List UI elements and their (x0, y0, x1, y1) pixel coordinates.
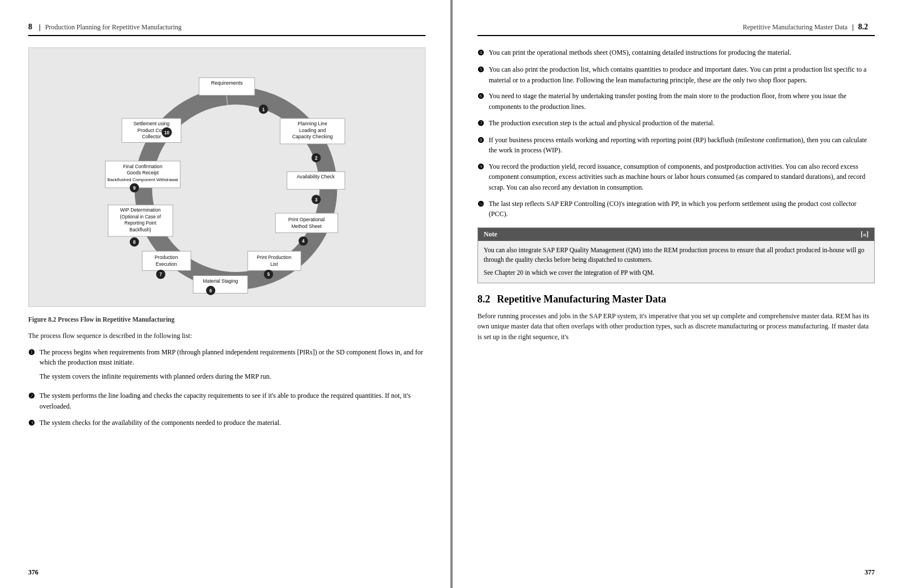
list-text-4: You can print the operational methods sh… (489, 49, 791, 56)
svg-text:Collector: Collector (142, 134, 161, 139)
list-item-4: ❹ You can print the operational methods … (477, 47, 875, 59)
right-page-num: 8.2 (858, 23, 869, 32)
svg-text:Material Staging: Material Staging (203, 278, 238, 284)
svg-text:Loading and: Loading and (299, 128, 326, 133)
list-text-6: You need to stage the material by undert… (489, 92, 847, 111)
svg-text:Method Sheet: Method Sheet (291, 223, 322, 229)
left-page-num: 8 (28, 23, 32, 32)
svg-text:Planning Line: Planning Line (298, 121, 327, 126)
svg-text:Product Cost: Product Cost (138, 128, 166, 133)
svg-text:(Optional in Case of: (Optional in Case of (120, 214, 161, 220)
bullet-3: ❸ (28, 418, 40, 429)
book-spread: 8 | Production Planning for Repetitive M… (0, 0, 903, 588)
svg-text:Print Production: Print Production (257, 254, 291, 260)
bullet-1: ❶ (28, 347, 40, 385)
bullet-2: ❷ (28, 390, 40, 411)
process-flow-diagram: Requirements Planning Line Loading and C… (28, 47, 426, 307)
section-num: 8.2 (477, 293, 490, 305)
svg-text:9: 9 (133, 186, 136, 191)
list-item-7: ❼ The production execution step is the a… (477, 118, 875, 129)
right-header-title: Repetitive Manufacturing Master Data (743, 23, 848, 32)
intro-text: The process flow sequence is described i… (28, 331, 426, 341)
svg-text:5: 5 (267, 272, 270, 277)
svg-text:Print Operational: Print Operational (288, 217, 325, 222)
list-item-6: ❻ You need to stage the material by unde… (477, 91, 875, 112)
note-body: You can also integrate SAP ERP Quality M… (478, 241, 874, 283)
svg-text:4: 4 (302, 239, 305, 244)
svg-text:10: 10 (164, 130, 170, 135)
section-title: Repetitive Manufacturing Master Data (497, 293, 667, 305)
right-page: Repetitive Manufacturing Master Data | 8… (453, 0, 903, 588)
svg-text:Capacity Checking: Capacity Checking (292, 134, 333, 139)
bullet-10: ❿ (477, 199, 489, 220)
svg-text:2: 2 (315, 156, 318, 161)
svg-text:Backflush): Backflush) (130, 227, 151, 232)
list-item-9: ❾ You record the production yield, recor… (477, 161, 875, 193)
list-text-9: You record the production yield, record … (489, 163, 865, 191)
list-item-2: ❷ The system performs the line loading a… (28, 390, 426, 411)
note-box: Note [«] You can also integrate SAP ERP … (477, 227, 875, 283)
list-text-5: You can also print the production list, … (489, 65, 866, 84)
svg-text:3: 3 (315, 198, 318, 203)
figure-caption: Figure 8.2 Process Flow in Repetitive Ma… (28, 316, 426, 323)
list-text-2: The system performs the line loading and… (40, 392, 411, 410)
note-bracket: [«] (861, 230, 869, 239)
section-heading: 8.2 Repetitive Manufacturing Master Data (477, 293, 875, 305)
left-header-title: Production Planning for Repetitive Manuf… (45, 23, 182, 32)
svg-text:List: List (270, 261, 278, 267)
svg-text:Final Confirmation: Final Confirmation (123, 164, 163, 169)
svg-text:Backflushed Component Withdraw: Backflushed Component Withdrawal (107, 177, 178, 182)
left-footer: 376 (28, 568, 38, 577)
svg-text:Execution: Execution (156, 261, 177, 267)
bullet-5: ❺ (477, 64, 489, 85)
list-item-1: ❶ The process begins when requirements f… (28, 347, 426, 385)
list-item-8: ❽ If your business process entails worki… (477, 135, 875, 156)
bullet-8: ❽ (477, 135, 489, 156)
right-footer: 377 (865, 568, 875, 577)
bullet-4: ❹ (477, 47, 489, 59)
list-text-8: If your business process entails working… (489, 136, 867, 155)
list-text-10: The last step reflects SAP ERP Controlli… (489, 200, 857, 218)
list-item-5: ❺ You can also print the production list… (477, 64, 875, 85)
bullet-6: ❻ (477, 91, 489, 112)
bullet-9: ❾ (477, 161, 489, 193)
note-header: Note [«] (478, 228, 874, 241)
svg-text:Goods Receipt: Goods Receipt (126, 170, 159, 175)
bullet-7: ❼ (477, 118, 489, 129)
svg-text:Availability Check: Availability Check (297, 174, 335, 179)
svg-text:Production: Production (155, 254, 178, 260)
svg-text:7: 7 (160, 272, 163, 277)
right-header: Repetitive Manufacturing Master Data | 8… (477, 23, 875, 36)
note-label: Note (484, 230, 497, 239)
svg-text:6: 6 (209, 288, 212, 293)
left-page: 8 | Production Planning for Repetitive M… (0, 0, 450, 588)
svg-text:Reporting Point: Reporting Point (125, 221, 157, 226)
list-text-1: The process begins when requirements fro… (40, 348, 423, 367)
svg-text:Settlement using: Settlement using (133, 121, 169, 126)
flow-diagram-svg: Requirements Planning Line Loading and C… (40, 59, 414, 295)
svg-text:8: 8 (133, 240, 136, 245)
list-sub-1: The system covers the infinite requireme… (40, 371, 426, 382)
list-item-10: ❿ The last step reflects SAP ERP Control… (477, 199, 875, 220)
list-text-7: The production execution step is the act… (489, 119, 714, 127)
svg-text:Requirements: Requirements (211, 80, 243, 86)
note-line-1: You can also integrate SAP ERP Quality M… (484, 245, 869, 265)
svg-text:WIP Determination: WIP Determination (120, 207, 161, 213)
note-line-2: See Chapter 20 in which we cover the int… (484, 268, 869, 278)
list-item-3: ❸ The system checks for the availability… (28, 418, 426, 429)
list-text-3: The system checks for the availability o… (40, 419, 281, 427)
svg-text:1: 1 (262, 107, 265, 112)
section-body-text: Before running processes and jobs in the… (477, 311, 875, 343)
left-header: 8 | Production Planning for Repetitive M… (28, 23, 426, 36)
